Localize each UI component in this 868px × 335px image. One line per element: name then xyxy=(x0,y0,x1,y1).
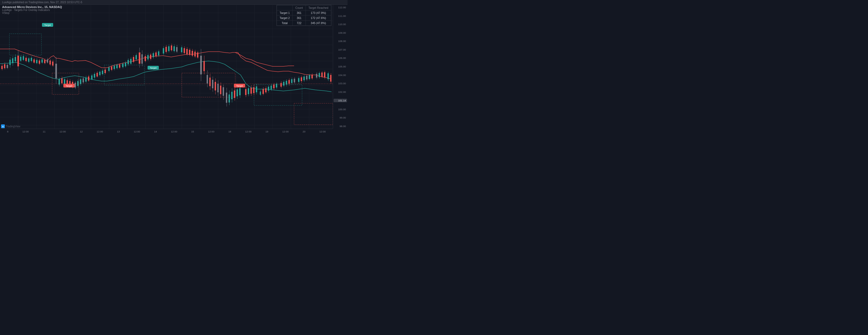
svg-rect-240 xyxy=(286,81,287,85)
price-103: 103.00 xyxy=(334,82,347,85)
svg-rect-182 xyxy=(200,56,202,74)
stats-col-count: Count xyxy=(292,5,306,10)
price-110: 110.00 xyxy=(334,23,347,26)
price-108: 108.00 xyxy=(334,39,347,43)
svg-rect-186 xyxy=(207,75,208,83)
svg-rect-226 xyxy=(265,88,267,92)
svg-rect-94 xyxy=(74,83,76,87)
svg-text:Target: Target xyxy=(236,85,243,87)
svg-rect-114 xyxy=(102,71,103,74)
svg-rect-78 xyxy=(52,61,54,65)
tv-text: TradingView xyxy=(6,125,20,128)
top-bar: LuxAlgo published on TradingView.com, No… xyxy=(0,0,347,5)
time-11: 11 xyxy=(43,130,46,133)
svg-text:Target: Target xyxy=(65,85,72,87)
svg-rect-150 xyxy=(153,53,154,57)
svg-text:Target: Target xyxy=(44,24,51,27)
svg-rect-218 xyxy=(253,87,254,93)
svg-rect-200 xyxy=(226,92,227,103)
svg-rect-68 xyxy=(39,60,40,64)
svg-rect-128 xyxy=(122,64,124,67)
svg-rect-108 xyxy=(94,74,95,78)
svg-rect-104 xyxy=(88,77,89,81)
tv-icon: ▲ xyxy=(1,124,5,128)
svg-rect-86 xyxy=(64,79,65,84)
svg-rect-134 xyxy=(130,59,131,64)
price-99: 99.00 xyxy=(334,116,347,119)
price-106: 106.00 xyxy=(334,56,347,59)
svg-rect-246 xyxy=(294,79,295,82)
svg-rect-110 xyxy=(96,73,98,77)
stats-reached-t1: 173 (47.9%) xyxy=(306,10,331,16)
svg-rect-54 xyxy=(20,57,21,61)
time-18: 18 xyxy=(228,130,231,133)
svg-rect-58 xyxy=(25,58,27,61)
svg-rect-100 xyxy=(83,78,84,82)
svg-rect-130 xyxy=(125,63,126,66)
time-axis: 8 12:00 11 12:00 12 12:00 13 12:00 14 12… xyxy=(0,129,333,134)
tradingview-logo: ▲ TradingView xyxy=(1,124,20,128)
time-19: 19 xyxy=(266,130,269,133)
svg-rect-188 xyxy=(209,78,211,86)
svg-rect-162 xyxy=(171,46,172,50)
svg-rect-146 xyxy=(147,55,149,59)
stats-count-t1: 361 xyxy=(292,10,306,16)
svg-rect-168 xyxy=(181,47,182,52)
stats-label-total: Total xyxy=(277,21,292,26)
stats-row-target1: Target 1 361 173 (47.9%) xyxy=(277,10,331,16)
stats-row-target2: Target 2 361 172 (47.6%) xyxy=(277,16,331,21)
svg-rect-250 xyxy=(301,77,302,81)
time-15: 15 xyxy=(191,130,194,133)
svg-rect-196 xyxy=(220,86,221,94)
svg-rect-72 xyxy=(44,60,45,63)
stats-count-t2: 361 xyxy=(292,16,306,21)
svg-rect-252 xyxy=(303,77,305,80)
svg-rect-102 xyxy=(85,78,87,82)
svg-rect-142 xyxy=(142,54,143,64)
time-1200-7: 12:00 xyxy=(245,130,252,133)
price-111: 111.00 xyxy=(334,15,347,18)
price-axis: 112.00 111.00 110.00 109.00 108.00 107.0… xyxy=(333,5,347,129)
svg-rect-152 xyxy=(155,52,157,56)
svg-rect-122 xyxy=(114,66,115,69)
svg-rect-42 xyxy=(4,64,5,68)
stats-reached-t2: 172 (47.6%) xyxy=(306,16,331,21)
svg-rect-160 xyxy=(168,46,169,51)
svg-rect-232 xyxy=(273,85,275,88)
svg-rect-254 xyxy=(306,76,307,80)
svg-rect-264 xyxy=(321,73,323,77)
svg-rect-112 xyxy=(99,72,100,75)
svg-rect-214 xyxy=(248,88,249,94)
svg-rect-48 xyxy=(12,58,13,63)
svg-rect-62 xyxy=(31,58,32,61)
price-112: 112.00 xyxy=(334,6,347,9)
time-1200-2: 12:00 xyxy=(60,130,66,133)
stats-col-target: Target Reached xyxy=(306,5,331,10)
stats-row-total: Total 722 345 (47.8%) xyxy=(277,21,331,26)
svg-rect-52 xyxy=(18,56,19,66)
svg-rect-256 xyxy=(309,75,310,79)
svg-rect-136 xyxy=(133,57,134,62)
svg-rect-192 xyxy=(215,82,216,90)
svg-rect-268 xyxy=(328,73,329,79)
stats-reached-total: 345 (47.8%) xyxy=(306,21,331,26)
price-109: 109.00 xyxy=(334,31,347,34)
svg-rect-234 xyxy=(276,84,277,87)
svg-rect-126 xyxy=(119,64,120,68)
svg-rect-164 xyxy=(174,46,175,51)
svg-rect-212 xyxy=(245,89,246,95)
svg-rect-70 xyxy=(41,59,43,63)
price-105: 105.00 xyxy=(334,65,347,68)
svg-rect-202 xyxy=(228,94,230,103)
price-current: 101.14 xyxy=(334,99,347,102)
stats-label-t1: Target 1 xyxy=(277,10,292,16)
svg-rect-144 xyxy=(145,56,146,61)
svg-rect-220 xyxy=(256,86,257,92)
svg-rect-194 xyxy=(217,84,219,92)
price-100: 100.00 xyxy=(334,108,347,111)
svg-rect-132 xyxy=(127,60,129,64)
svg-rect-198 xyxy=(223,87,224,96)
svg-rect-98 xyxy=(80,79,81,84)
svg-rect-50 xyxy=(15,57,16,61)
svg-rect-84 xyxy=(61,78,63,83)
